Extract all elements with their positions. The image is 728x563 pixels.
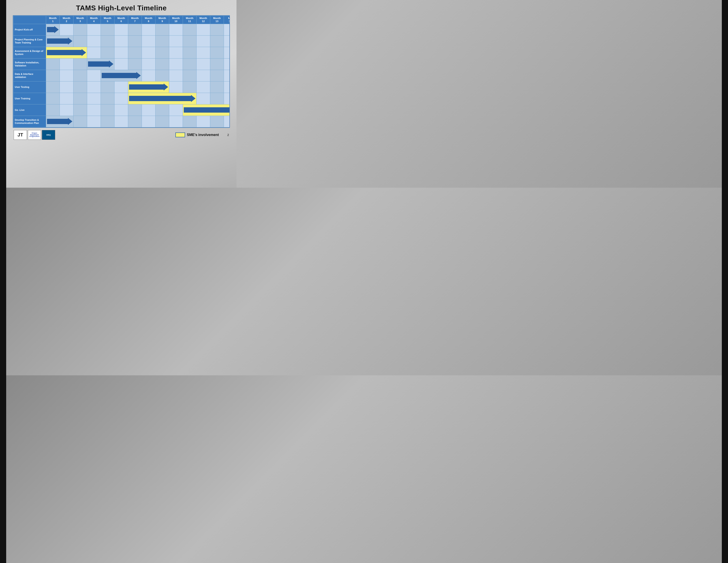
data-cell-r1-c9 (169, 35, 183, 47)
table-row: Go -Live (13, 104, 230, 116)
header-month-13: Month13 (210, 16, 224, 24)
table-row: Develop Transition & Communication Plan (13, 116, 230, 127)
arrow-cell-row-7 (183, 104, 230, 116)
data-cell-r7-c1 (60, 104, 73, 116)
data-cell-r8-c12 (210, 116, 224, 127)
header-month-5: Month5 (101, 16, 114, 24)
data-cell-r1-c3 (87, 35, 101, 47)
arrow-body (88, 61, 109, 67)
header-month-8: Month8 (142, 16, 156, 24)
data-cell-r8-c6 (128, 116, 142, 127)
row-label-8: Develop Transition & Communication Plan (13, 116, 46, 127)
header-month-12: Month12 (197, 16, 210, 24)
data-cell-r7-c5 (114, 104, 128, 116)
data-cell-r6-c13 (224, 93, 230, 104)
data-cell-r1-c2 (73, 35, 87, 47)
table-row: Project Planning & Core Team Training (13, 35, 230, 47)
deq-logo-text: DEQ (46, 134, 51, 136)
table-row: Assessment & Design of System (13, 47, 230, 58)
legend-sme-box (175, 132, 185, 137)
data-cell-r0-c1 (60, 24, 73, 35)
data-cell-r1-c6 (128, 35, 142, 47)
data-cell-r2-c10 (183, 47, 197, 58)
data-cell-r5-c10 (183, 81, 197, 93)
data-cell-r6-c12 (210, 93, 224, 104)
page-title: TAMS High-Level Timeline (13, 4, 230, 12)
data-cell-r1-c7 (142, 35, 156, 47)
legend-label: SME's involvement (187, 133, 219, 137)
footer: JT OregonDepartmentof Agriculture DEQ SM… (13, 130, 230, 140)
data-cell-r2-c9 (169, 47, 183, 58)
data-cell-r0-c8 (156, 24, 169, 35)
data-cell-r4-c7 (142, 70, 156, 81)
data-cell-r7-c4 (101, 104, 114, 116)
data-cell-r3-c13 (224, 58, 230, 70)
slide-number: 2 (227, 133, 229, 137)
data-cell-r0-c7 (142, 24, 156, 35)
arrow-body (47, 50, 82, 55)
data-cell-r5-c0 (46, 81, 60, 93)
arrow-cell-row-8 (46, 116, 73, 127)
row-label-6: User Training (13, 93, 46, 104)
data-cell-r6-c2 (73, 93, 87, 104)
data-cell-r6-c11 (197, 93, 210, 104)
header-month-9: Month9 (156, 16, 169, 24)
data-cell-r1-c8 (156, 35, 169, 47)
header-month-11: Month11 (183, 16, 197, 24)
arrow-row-7 (183, 105, 230, 115)
data-cell-r8-c4 (101, 116, 114, 127)
data-cell-r0-c9 (169, 24, 183, 35)
data-cell-r0-c4 (101, 24, 114, 35)
data-cell-r2-c12 (210, 47, 224, 58)
arrow-head (191, 95, 195, 102)
data-cell-r8-c7 (142, 116, 156, 127)
data-cell-r8-c2 (73, 116, 87, 127)
data-cell-r3-c11 (197, 58, 210, 70)
data-cell-r7-c6 (128, 104, 142, 116)
data-cell-r1-c13 (224, 35, 230, 47)
row-label-2: Assessment & Design of System (13, 47, 46, 58)
data-cell-r7-c0 (46, 104, 60, 116)
data-cell-r3-c7 (142, 58, 156, 70)
table-row: User Training (13, 93, 230, 104)
data-cell-r1-c5 (114, 35, 128, 47)
arrow-cell-row-5 (128, 81, 169, 93)
data-cell-r5-c3 (87, 81, 101, 93)
arrow-cell-row-4 (101, 70, 142, 81)
row-label-7: Go -Live (13, 104, 46, 116)
data-cell-r3-c0 (46, 58, 60, 70)
data-cell-r3-c6 (128, 58, 142, 70)
data-cell-r8-c3 (87, 116, 101, 127)
data-cell-r8-c9 (169, 116, 183, 127)
data-cell-r5-c4 (101, 81, 114, 93)
arrow-cell-row-2 (46, 47, 87, 58)
gantt-table-container: Month1Month2Month3Month4Month5Month6Mont… (13, 15, 230, 128)
arrow-body (47, 38, 68, 44)
jt-logo-text: JT (17, 132, 23, 138)
data-cell-r5-c2 (73, 81, 87, 93)
data-cell-r7-c7 (142, 104, 156, 116)
header-month-7: Month7 (128, 16, 142, 24)
data-cell-r8-c5 (114, 116, 128, 127)
arrow-body (47, 27, 54, 32)
data-cell-r0-c11 (197, 24, 210, 35)
arrow-body (184, 107, 230, 113)
data-cell-r3-c12 (210, 58, 224, 70)
data-cell-r8-c8 (156, 116, 169, 127)
data-cell-r7-c9 (169, 104, 183, 116)
data-cell-r4-c10 (183, 70, 197, 81)
arrow-row-2 (47, 48, 86, 57)
data-cell-r2-c8 (156, 47, 169, 58)
row-label-3: Software Installation, Validation (13, 58, 46, 70)
logos-area: JT OregonDepartmentof Agriculture DEQ (14, 130, 55, 140)
row-label-0: Project Kick-off (13, 24, 46, 35)
arrow-head (82, 49, 86, 56)
table-row: User Testing (13, 81, 230, 93)
arrow-cell-row-3 (87, 58, 114, 70)
data-cell-r2-c11 (197, 47, 210, 58)
data-cell-r7-c8 (156, 104, 169, 116)
logo-oregon: OregonDepartmentof Agriculture (28, 130, 41, 140)
arrow-cell-row-0 (46, 24, 60, 35)
table-row: Project Kick-off (13, 24, 230, 35)
data-cell-r6-c4 (101, 93, 114, 104)
